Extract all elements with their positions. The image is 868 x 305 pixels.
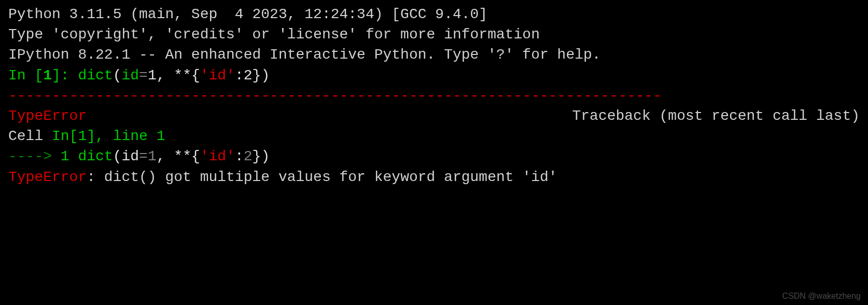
error-message-line: TypeError: dict() got multiple values fo…	[8, 167, 860, 187]
code-paren-open: (	[113, 67, 122, 84]
code-brace-open: {	[191, 67, 200, 84]
ipython-line: IPython 8.22.1 -- An enhanced Interactiv…	[8, 45, 860, 65]
code-comma: ,	[157, 67, 174, 84]
error-type-name: TypeError	[8, 106, 87, 126]
cell-line: Cell In[1], line 1	[8, 126, 860, 146]
prompt-in-label: In [	[8, 67, 43, 84]
code-val2: 2	[244, 67, 253, 84]
arrow: ---->	[8, 148, 61, 164]
tb-code-paren-close: )	[261, 148, 270, 164]
tb-code-brace-open: {	[191, 148, 200, 164]
tb-code-comma: ,	[157, 148, 174, 164]
space	[69, 148, 78, 164]
code-paren-close: )	[261, 67, 270, 84]
cell-suffix: , line 1	[95, 128, 165, 144]
code-val1: 1	[148, 67, 157, 84]
code-str-key: 'id'	[200, 67, 235, 84]
prompt-in-num: 1	[43, 67, 52, 84]
tb-code-val1: 1	[148, 148, 157, 164]
tb-code-paren-open: (	[113, 148, 122, 164]
error-name: TypeError	[8, 169, 87, 185]
tb-code-val2: 2	[244, 148, 253, 164]
prompt-in-close: ]:	[52, 67, 78, 84]
tb-code-kw: id	[121, 148, 139, 164]
error-message: : dict() got multiple values for keyword…	[87, 169, 557, 185]
code-unpack: **	[174, 67, 191, 84]
copyright-line: Type 'copyright', 'credits' or 'license'…	[8, 24, 860, 45]
code-eq: =	[139, 67, 148, 84]
tb-code-eq: =	[139, 148, 148, 164]
traceback-separator: ----------------------------------------…	[8, 86, 860, 106]
watermark: CSDN @waketzheng	[782, 290, 861, 302]
cell-prefix: Cell	[8, 128, 52, 144]
tb-code-func: dict	[78, 148, 113, 164]
python-version-line: Python 3.11.5 (main, Sep 4 2023, 12:24:3…	[8, 4, 860, 24]
lineno: 1	[61, 148, 69, 164]
code-brace-close: }	[253, 67, 261, 84]
tb-code-unpack: **	[174, 148, 191, 164]
tb-code-colon: :	[235, 148, 244, 164]
input-prompt-line[interactable]: In [1]: dict(id=1, **{'id':2})	[8, 65, 860, 86]
traceback-label: Traceback (most recent call last)	[572, 106, 860, 126]
code-colon: :	[235, 67, 244, 84]
traceback-code-line: ----> 1 dict(id=1, **{'id':2})	[8, 146, 860, 167]
tb-code-brace-close: }	[253, 148, 261, 164]
code-kw: id	[121, 67, 139, 84]
tb-code-str-key: 'id'	[200, 148, 235, 164]
cell-ref: In[1]	[52, 128, 95, 144]
traceback-header-line: TypeErrorTraceback (most recent call las…	[8, 106, 860, 126]
code-func: dict	[78, 67, 113, 84]
